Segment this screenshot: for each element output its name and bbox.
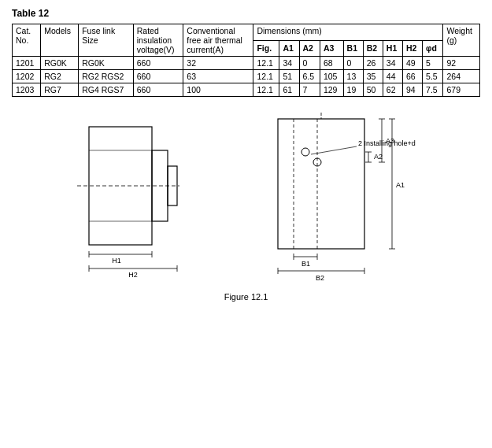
svg-line-20 <box>311 146 357 154</box>
svg-text:A3: A3 <box>386 137 394 145</box>
col-b1: B1 <box>343 40 363 57</box>
col-fig: Fig. <box>253 40 279 57</box>
svg-text:B1: B1 <box>301 260 310 268</box>
figure-area: H1 H2 2 Installing hole+d A2 A3 <box>12 111 480 284</box>
col-conventional-current: Conventionalfree air thermalcurrent(A) <box>183 24 253 57</box>
table-row: 1201RG0KRG0K6603212.1340680263449592 <box>13 57 480 70</box>
col-b2: B2 <box>363 40 383 57</box>
col-a1: A1 <box>279 40 299 57</box>
col-fuse-link-size: Fuse linkSize <box>79 24 134 57</box>
col-h1: H1 <box>383 40 402 57</box>
col-phid: φd <box>423 40 443 57</box>
svg-point-18 <box>301 148 309 156</box>
right-view-svg: 2 Installing hole+d A2 A3 A1 B1 B2 <box>254 111 427 284</box>
col-models: Models <box>41 24 79 57</box>
svg-text:H2: H2 <box>128 271 138 279</box>
svg-text:A1: A1 <box>396 181 405 189</box>
col-rated-insulation: Ratedinsulationvoltage(V) <box>133 24 183 57</box>
col-a2: A2 <box>299 40 320 57</box>
table-row: 1203RG7RG4 RGS766010012.1617129195062947… <box>13 83 480 97</box>
col-weight: Weight(g) <box>443 24 480 57</box>
left-view-svg: H1 H2 <box>65 111 231 284</box>
svg-text:B2: B2 <box>316 274 324 282</box>
col-dimensions-header: Dimensions (mm) <box>253 24 443 41</box>
data-table: Cat.No. Models Fuse linkSize Ratedinsula… <box>12 24 480 97</box>
col-a3: A3 <box>320 40 343 57</box>
col-h2: H2 <box>402 40 422 57</box>
col-cat-no: Cat.No. <box>13 24 41 57</box>
figure-caption: Figure 12.1 <box>12 292 480 302</box>
table-row: 1202RG2RG2 RGS26606312.1516.510513354466… <box>13 70 480 83</box>
svg-rect-14 <box>278 119 364 249</box>
svg-text:H1: H1 <box>112 257 121 265</box>
svg-text:A2: A2 <box>374 153 383 161</box>
table-title: Table 12 <box>12 8 480 19</box>
